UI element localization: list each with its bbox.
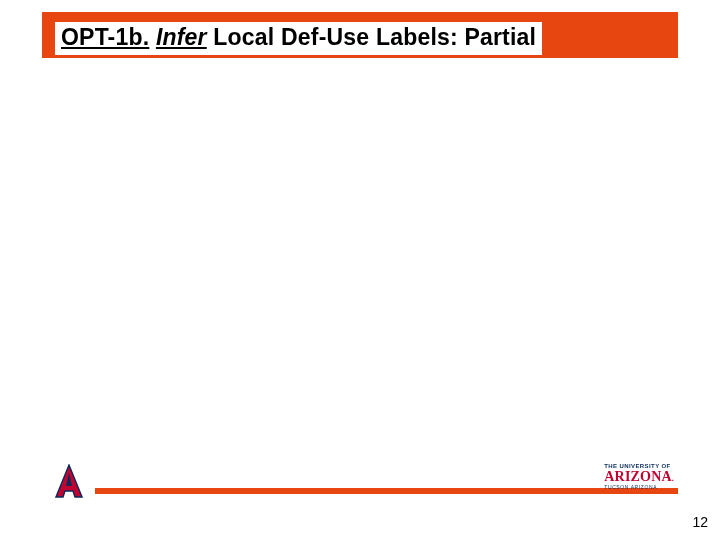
title-italic: Infer — [156, 24, 207, 50]
arizona-wordmark: THE UNIVERSITY OF ARIZONA. TUCSON ARIZON… — [604, 463, 674, 490]
footer-divider — [95, 488, 678, 494]
slide-title: OPT-1b. Infer Local Def-Use Labels: Part… — [55, 22, 542, 55]
footer — [55, 462, 678, 498]
title-rest: Local Def-Use Labels: Partial — [213, 24, 536, 50]
title-prefix: OPT-1b. — [61, 24, 149, 50]
wordmark-main: ARIZONA. — [604, 470, 674, 484]
wordmark-sub: TUCSON ARIZONA — [604, 485, 674, 490]
page-number: 12 — [692, 514, 708, 530]
arizona-a-logo-icon — [55, 464, 83, 498]
